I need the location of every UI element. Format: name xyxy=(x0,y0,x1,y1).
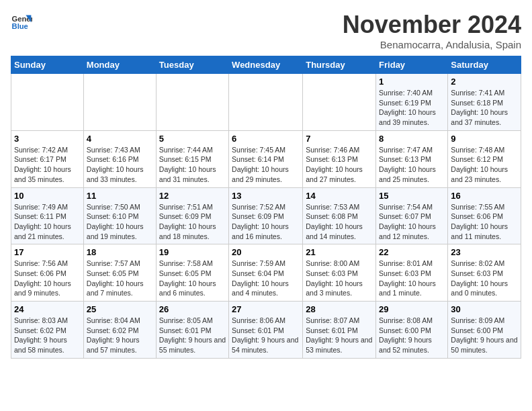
table-row xyxy=(11,74,84,131)
table-row: 15Sunrise: 7:54 AM Sunset: 6:07 PM Dayli… xyxy=(376,187,448,244)
day-info: Sunrise: 7:43 AM Sunset: 6:16 PM Dayligh… xyxy=(87,145,153,185)
calendar-body: 1Sunrise: 7:40 AM Sunset: 6:19 PM Daylig… xyxy=(11,74,521,359)
day-info: Sunrise: 8:03 AM Sunset: 6:02 PM Dayligh… xyxy=(14,316,81,355)
day-number: 2 xyxy=(451,77,518,87)
day-info: Sunrise: 8:01 AM Sunset: 6:03 PM Dayligh… xyxy=(379,259,445,298)
day-number: 22 xyxy=(379,247,445,257)
table-row xyxy=(229,74,303,131)
day-info: Sunrise: 7:47 AM Sunset: 6:13 PM Dayligh… xyxy=(379,145,445,185)
table-row: 6Sunrise: 7:45 AM Sunset: 6:14 PM Daylig… xyxy=(229,130,303,187)
day-info: Sunrise: 7:40 AM Sunset: 6:19 PM Dayligh… xyxy=(379,88,445,128)
table-row: 20Sunrise: 7:59 AM Sunset: 6:04 PM Dayli… xyxy=(229,244,303,302)
table-row: 10Sunrise: 7:49 AM Sunset: 6:11 PM Dayli… xyxy=(11,187,84,244)
table-row: 23Sunrise: 8:02 AM Sunset: 6:03 PM Dayli… xyxy=(448,244,521,302)
day-info: Sunrise: 7:48 AM Sunset: 6:12 PM Dayligh… xyxy=(451,145,518,185)
table-row: 12Sunrise: 7:51 AM Sunset: 6:09 PM Dayli… xyxy=(156,187,228,244)
day-number: 20 xyxy=(232,247,300,257)
day-info: Sunrise: 7:46 AM Sunset: 6:13 PM Dayligh… xyxy=(306,145,373,185)
table-row: 29Sunrise: 8:08 AM Sunset: 6:00 PM Dayli… xyxy=(376,302,448,359)
day-info: Sunrise: 8:00 AM Sunset: 6:03 PM Dayligh… xyxy=(306,259,373,298)
day-info: Sunrise: 8:07 AM Sunset: 6:01 PM Dayligh… xyxy=(306,316,373,355)
day-number: 17 xyxy=(14,247,81,257)
table-row: 4Sunrise: 7:43 AM Sunset: 6:16 PM Daylig… xyxy=(83,130,156,187)
day-info: Sunrise: 7:49 AM Sunset: 6:11 PM Dayligh… xyxy=(14,202,81,242)
table-row: 30Sunrise: 8:09 AM Sunset: 6:00 PM Dayli… xyxy=(448,302,521,359)
day-info: Sunrise: 7:53 AM Sunset: 6:08 PM Dayligh… xyxy=(306,202,373,242)
day-info: Sunrise: 7:42 AM Sunset: 6:17 PM Dayligh… xyxy=(14,145,81,185)
day-number: 18 xyxy=(87,247,153,257)
week-row-5: 24Sunrise: 8:03 AM Sunset: 6:02 PM Dayli… xyxy=(11,302,521,359)
table-row: 13Sunrise: 7:52 AM Sunset: 6:09 PM Dayli… xyxy=(229,187,303,244)
day-number: 8 xyxy=(379,134,445,144)
weekday-header-row: Sunday Monday Tuesday Wednesday Thursday… xyxy=(11,56,521,74)
header-tuesday: Tuesday xyxy=(156,56,228,74)
day-info: Sunrise: 7:55 AM Sunset: 6:06 PM Dayligh… xyxy=(451,202,518,242)
day-info: Sunrise: 7:41 AM Sunset: 6:18 PM Dayligh… xyxy=(451,88,518,128)
day-info: Sunrise: 7:51 AM Sunset: 6:09 PM Dayligh… xyxy=(159,202,226,242)
table-row: 9Sunrise: 7:48 AM Sunset: 6:12 PM Daylig… xyxy=(448,130,521,187)
header: General Blue November 2024 Benamocarra, … xyxy=(11,11,521,50)
day-info: Sunrise: 8:09 AM Sunset: 6:00 PM Dayligh… xyxy=(451,316,518,355)
day-number: 11 xyxy=(87,191,153,201)
day-info: Sunrise: 8:02 AM Sunset: 6:03 PM Dayligh… xyxy=(451,259,518,298)
title-area: November 2024 Benamocarra, Andalusia, Sp… xyxy=(343,11,521,50)
day-number: 16 xyxy=(451,191,518,201)
day-info: Sunrise: 8:05 AM Sunset: 6:01 PM Dayligh… xyxy=(159,316,226,355)
day-number: 4 xyxy=(87,134,153,144)
table-row: 27Sunrise: 8:06 AM Sunset: 6:01 PM Dayli… xyxy=(229,302,303,359)
day-number: 12 xyxy=(159,191,226,201)
table-row: 17Sunrise: 7:56 AM Sunset: 6:06 PM Dayli… xyxy=(11,244,84,302)
header-friday: Friday xyxy=(376,56,448,74)
table-row: 21Sunrise: 8:00 AM Sunset: 6:03 PM Dayli… xyxy=(303,244,376,302)
week-row-3: 10Sunrise: 7:49 AM Sunset: 6:11 PM Dayli… xyxy=(11,187,521,244)
logo-icon: General Blue xyxy=(11,11,32,32)
day-info: Sunrise: 7:57 AM Sunset: 6:05 PM Dayligh… xyxy=(87,259,153,298)
day-number: 30 xyxy=(451,304,518,314)
header-saturday: Saturday xyxy=(448,56,521,74)
day-number: 7 xyxy=(306,134,373,144)
table-row xyxy=(156,74,228,131)
logo: General Blue xyxy=(11,11,32,32)
svg-text:Blue: Blue xyxy=(12,22,28,30)
table-row: 5Sunrise: 7:44 AM Sunset: 6:15 PM Daylig… xyxy=(156,130,228,187)
day-info: Sunrise: 7:45 AM Sunset: 6:14 PM Dayligh… xyxy=(232,145,300,185)
day-number: 1 xyxy=(379,77,445,87)
table-row: 8Sunrise: 7:47 AM Sunset: 6:13 PM Daylig… xyxy=(376,130,448,187)
day-number: 26 xyxy=(159,304,226,314)
header-thursday: Thursday xyxy=(303,56,376,74)
table-row xyxy=(303,74,376,131)
week-row-4: 17Sunrise: 7:56 AM Sunset: 6:06 PM Dayli… xyxy=(11,244,521,302)
day-info: Sunrise: 7:50 AM Sunset: 6:10 PM Dayligh… xyxy=(87,202,153,242)
day-number: 6 xyxy=(232,134,300,144)
table-row: 24Sunrise: 8:03 AM Sunset: 6:02 PM Dayli… xyxy=(11,302,84,359)
header-wednesday: Wednesday xyxy=(229,56,303,74)
table-row: 2Sunrise: 7:41 AM Sunset: 6:18 PM Daylig… xyxy=(448,74,521,131)
day-number: 5 xyxy=(159,134,226,144)
day-info: Sunrise: 7:59 AM Sunset: 6:04 PM Dayligh… xyxy=(232,259,300,298)
table-row: 16Sunrise: 7:55 AM Sunset: 6:06 PM Dayli… xyxy=(448,187,521,244)
day-info: Sunrise: 8:08 AM Sunset: 6:00 PM Dayligh… xyxy=(379,316,445,355)
day-info: Sunrise: 8:04 AM Sunset: 6:02 PM Dayligh… xyxy=(87,316,153,355)
table-row: 18Sunrise: 7:57 AM Sunset: 6:05 PM Dayli… xyxy=(83,244,156,302)
month-title: November 2024 xyxy=(343,11,521,39)
day-number: 28 xyxy=(306,304,373,314)
table-row: 7Sunrise: 7:46 AM Sunset: 6:13 PM Daylig… xyxy=(303,130,376,187)
table-row: 14Sunrise: 7:53 AM Sunset: 6:08 PM Dayli… xyxy=(303,187,376,244)
day-info: Sunrise: 7:52 AM Sunset: 6:09 PM Dayligh… xyxy=(232,202,300,242)
week-row-2: 3Sunrise: 7:42 AM Sunset: 6:17 PM Daylig… xyxy=(11,130,521,187)
location-subtitle: Benamocarra, Andalusia, Spain xyxy=(343,39,521,50)
table-row: 3Sunrise: 7:42 AM Sunset: 6:17 PM Daylig… xyxy=(11,130,84,187)
day-info: Sunrise: 7:44 AM Sunset: 6:15 PM Dayligh… xyxy=(159,145,226,185)
table-row xyxy=(83,74,156,131)
week-row-1: 1Sunrise: 7:40 AM Sunset: 6:19 PM Daylig… xyxy=(11,74,521,131)
day-info: Sunrise: 7:56 AM Sunset: 6:06 PM Dayligh… xyxy=(14,259,81,298)
table-row: 28Sunrise: 8:07 AM Sunset: 6:01 PM Dayli… xyxy=(303,302,376,359)
day-number: 29 xyxy=(379,304,445,314)
day-info: Sunrise: 7:54 AM Sunset: 6:07 PM Dayligh… xyxy=(379,202,445,242)
day-number: 9 xyxy=(451,134,518,144)
day-number: 19 xyxy=(159,247,226,257)
day-number: 13 xyxy=(232,191,300,201)
day-info: Sunrise: 7:58 AM Sunset: 6:05 PM Dayligh… xyxy=(159,259,226,298)
header-sunday: Sunday xyxy=(11,56,84,74)
day-number: 27 xyxy=(232,304,300,314)
